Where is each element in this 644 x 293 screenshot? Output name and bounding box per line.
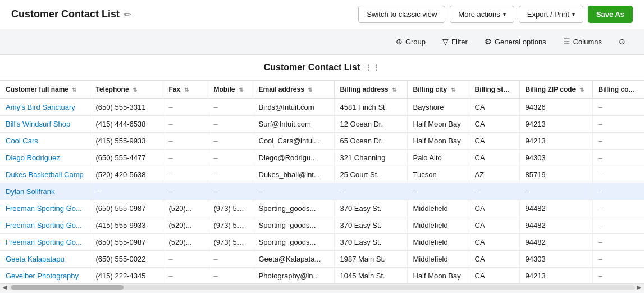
cell-email: Geeta@Kalapata... bbox=[253, 251, 334, 268]
edit-icon[interactable]: ✏ bbox=[124, 10, 131, 20]
save-as-button[interactable]: Save As bbox=[588, 6, 633, 23]
scrollbar-thumb[interactable] bbox=[11, 285, 124, 290]
group-button[interactable]: ⊕ Group bbox=[389, 34, 433, 49]
table-row[interactable]: Bill's Windsurf Shop(415) 444-6538––Surf… bbox=[0, 116, 644, 133]
table-row[interactable]: Gevelber Photography(415) 222-4345––Phot… bbox=[0, 268, 644, 284]
cell-fax: – bbox=[163, 251, 208, 268]
cell-phone: (520) 420-5638 bbox=[90, 166, 163, 183]
cell-name: Cool Cars bbox=[0, 133, 90, 150]
general-options-button[interactable]: ⚙ General options bbox=[477, 34, 554, 49]
cell-state: – bbox=[469, 183, 519, 200]
cell-zip: 94213 bbox=[519, 133, 592, 150]
cell-address: 370 Easy St. bbox=[334, 234, 407, 251]
top-actions: Switch to classic view More actions ▾ Ex… bbox=[358, 6, 633, 23]
col-header-fax[interactable]: Fax ⇅ bbox=[163, 81, 208, 98]
scroll-right-icon[interactable]: ▶ bbox=[635, 284, 643, 291]
col-header-phone[interactable]: Telephone ⇅ bbox=[90, 81, 163, 98]
cell-mobile: – bbox=[208, 98, 253, 116]
cell-state: CA bbox=[469, 234, 519, 251]
cell-mobile: – bbox=[208, 251, 253, 268]
cell-state: CA bbox=[469, 116, 519, 133]
col-header-zip[interactable]: Billing ZIP code ⇅ bbox=[519, 81, 592, 98]
cell-city: Tucson bbox=[407, 166, 469, 183]
cell-mobile: – bbox=[208, 133, 253, 150]
col-header-state[interactable]: Billing state ⇅ bbox=[469, 81, 519, 98]
cell-address: – bbox=[334, 183, 407, 200]
table-row[interactable]: Geeta Kalapatapu(650) 555-0022––Geeta@Ka… bbox=[0, 251, 644, 268]
cell-state: CA bbox=[469, 150, 519, 166]
cell-email: Diego@Rodrigu... bbox=[253, 150, 334, 166]
classic-view-button[interactable]: Switch to classic view bbox=[358, 6, 445, 23]
export-print-button[interactable]: Export / Print ▾ bbox=[519, 6, 583, 23]
cell-phone: (415) 222-4345 bbox=[90, 268, 163, 284]
table-row[interactable]: Cool Cars(415) 555-9933––Cool_Cars@intui… bbox=[0, 133, 644, 150]
cell-name: Geeta Kalapatapu bbox=[0, 251, 90, 268]
group-icon: ⊕ bbox=[396, 37, 403, 46]
cell-state: AZ bbox=[469, 166, 519, 183]
scroll-left-icon[interactable]: ◀ bbox=[1, 284, 9, 291]
cell-email: Sporting_goods... bbox=[253, 217, 334, 234]
table-row[interactable]: Freeman Sporting Go...(650) 555-0987(520… bbox=[0, 234, 644, 251]
cell-phone: – bbox=[90, 183, 163, 200]
settings-icon-button[interactable]: ⊙ bbox=[611, 34, 633, 49]
cell-state: CA bbox=[469, 200, 519, 217]
cell-address: 12 Ocean Dr. bbox=[334, 116, 407, 133]
filter-icon: ▽ bbox=[442, 37, 449, 46]
table-row[interactable]: Dukes Basketball Camp(520) 420-5638––Duk… bbox=[0, 166, 644, 183]
col-header-email[interactable]: Email address ⇅ bbox=[253, 81, 334, 98]
cell-fax: – bbox=[163, 166, 208, 183]
title-area: Customer Contact List ✏ bbox=[11, 8, 131, 20]
cell-billing: – bbox=[592, 183, 644, 200]
scrollbar-track[interactable] bbox=[9, 285, 635, 290]
cell-phone: (415) 444-6538 bbox=[90, 116, 163, 133]
cell-city: Middlefield bbox=[407, 217, 469, 234]
col-header-address[interactable]: Billing address ⇅ bbox=[334, 81, 407, 98]
cell-zip: 94482 bbox=[519, 217, 592, 234]
cell-name: Diego Rodriguez bbox=[0, 150, 90, 166]
col-header-name[interactable]: Customer full name ⇅ bbox=[0, 81, 90, 98]
cell-email: Sporting_goods... bbox=[253, 200, 334, 217]
col-header-mobile[interactable]: Mobile ⇅ bbox=[208, 81, 253, 98]
filter-button[interactable]: ▽ Filter bbox=[435, 34, 475, 49]
columns-button[interactable]: ☰ Columns bbox=[556, 34, 609, 49]
content-area: Customer Contact List ⋮⋮ Customer full n… bbox=[0, 55, 644, 290]
cell-city: Middlefield bbox=[407, 251, 469, 268]
col-header-city[interactable]: Billing city ⇅ bbox=[407, 81, 469, 98]
cell-name: Bill's Windsurf Shop bbox=[0, 116, 90, 133]
toolbar: ⊕ Group ▽ Filter ⚙ General options ☰ Col… bbox=[0, 29, 644, 55]
table-row[interactable]: Amy's Bird Sanctuary(650) 555-3311––Bird… bbox=[0, 98, 644, 116]
cell-fax: (520)... bbox=[163, 234, 208, 251]
table-title-bar: Customer Contact List ⋮⋮ bbox=[0, 55, 644, 81]
cell-billing: – bbox=[592, 133, 644, 150]
cell-city: Bayshore bbox=[407, 98, 469, 116]
horizontal-scrollbar[interactable]: ◀ ▶ bbox=[0, 283, 644, 290]
cell-fax: – bbox=[163, 133, 208, 150]
cell-zip: 94213 bbox=[519, 268, 592, 284]
cell-city: Half Moon Bay bbox=[407, 268, 469, 284]
options-icon: ⚙ bbox=[485, 37, 492, 46]
table-row[interactable]: Freeman Sporting Go...(650) 555-0987(520… bbox=[0, 200, 644, 217]
table-row[interactable]: Freeman Sporting Go...(415) 555-9933(520… bbox=[0, 217, 644, 234]
more-actions-button[interactable]: More actions ▾ bbox=[450, 6, 514, 23]
col-header-billing[interactable]: Billing co... bbox=[592, 81, 644, 98]
table-row[interactable]: Diego Rodriguez(650) 555-4477––Diego@Rod… bbox=[0, 150, 644, 166]
cell-zip: 94326 bbox=[519, 98, 592, 116]
cell-fax: – bbox=[163, 183, 208, 200]
cell-email: – bbox=[253, 183, 334, 200]
table-header-row: Customer full name ⇅ Telephone ⇅ Fax ⇅ M… bbox=[0, 81, 644, 98]
cell-phone: (415) 555-9933 bbox=[90, 133, 163, 150]
cell-phone: (650) 555-3311 bbox=[90, 98, 163, 116]
cell-city: Half Moon Bay bbox=[407, 116, 469, 133]
cell-zip: 94213 bbox=[519, 116, 592, 133]
chevron-down-icon: ▾ bbox=[503, 11, 506, 17]
cell-email: Photography@in... bbox=[253, 268, 334, 284]
table-row[interactable]: Dylan Sollfrank––––––––– bbox=[0, 183, 644, 200]
cell-mobile: – bbox=[208, 150, 253, 166]
cell-zip: 94303 bbox=[519, 251, 592, 268]
cell-zip: 94482 bbox=[519, 200, 592, 217]
cell-name: Gevelber Photography bbox=[0, 268, 90, 284]
drag-handle-icon[interactable]: ⋮⋮ bbox=[364, 63, 380, 72]
table-title: Customer Contact List bbox=[264, 62, 360, 73]
cell-address: 25 Court St. bbox=[334, 166, 407, 183]
cell-address: 1045 Main St. bbox=[334, 268, 407, 284]
